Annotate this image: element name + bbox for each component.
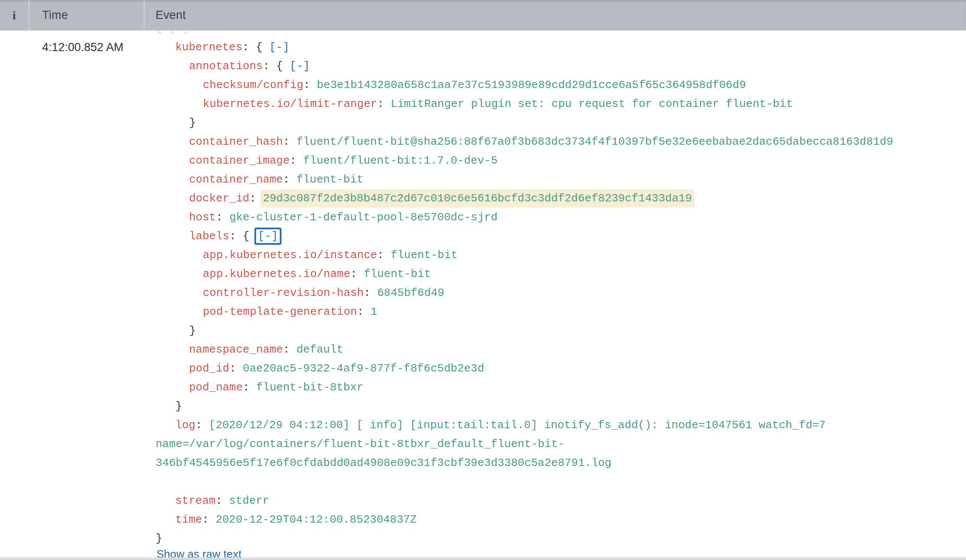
json-line: 346bf4545956e5f17e6f0cfdabdd0ad4908e09c3… <box>0 453 966 472</box>
event-column-header: Event <box>156 0 186 30</box>
json-value[interactable]: fluent-bit <box>391 249 458 262</box>
json-line <box>0 472 966 491</box>
json-line: } <box>0 113 966 132</box>
json-key[interactable]: app.kubernetes.io/name <box>203 268 350 280</box>
json-line: pod-template-generation: 1 <box>0 302 966 321</box>
json-key[interactable]: annotations <box>189 60 263 73</box>
json-punct: : <box>196 419 209 432</box>
json-punct: } <box>189 116 196 129</box>
json-key[interactable]: pod_name <box>189 381 243 394</box>
json-punct: : <box>229 362 243 375</box>
info-column-header: i <box>0 0 28 30</box>
json-value[interactable]: default <box>297 343 343 356</box>
json-line: container_name: fluent-bit <box>0 170 966 189</box>
json-line: namespace_name: default <box>0 340 966 359</box>
json-punct: : <box>290 154 303 167</box>
json-value[interactable]: name=/var/log/containers/fluent-bit-8tbx… <box>156 438 565 450</box>
header-divider <box>28 0 30 30</box>
collapse-toggle[interactable]: [-] <box>258 230 278 243</box>
json-value-highlighted[interactable]: 29d3c087f2de3b8b487c2d67c010c6e5616bcfd3… <box>260 189 695 207</box>
collapse-toggle[interactable]: [-] <box>269 41 289 54</box>
json-line: container_hash: fluent/fluent-bit@sha256… <box>0 132 966 151</box>
info-icon: i <box>12 9 16 22</box>
json-key[interactable]: pod-template-generation <box>203 305 357 318</box>
collapse-toggle[interactable]: [-] <box>290 60 310 73</box>
json-key[interactable]: app.kubernetes.io/instance <box>203 249 377 262</box>
json-line: app.kubernetes.io/name: fluent-bit <box>0 265 966 283</box>
json-punct: } <box>189 324 196 337</box>
json-punct: : <box>216 211 229 224</box>
json-value[interactable]: gke-cluster-1-default-pool-8e5700dc-sjrd <box>229 211 498 224</box>
json-key[interactable]: labels <box>189 230 229 243</box>
json-value[interactable]: fluent-bit <box>364 268 431 280</box>
json-value[interactable]: 0ae20ac5-9322-4af9-877f-f8f6c5db2e3d <box>243 362 484 375</box>
json-key[interactable]: container_name <box>189 173 283 186</box>
json-tree: { [-]kubernetes: { [-]annotations: { [-]… <box>0 19 966 548</box>
json-key[interactable]: checksum/config <box>203 79 303 91</box>
json-value[interactable]: fluent/fluent-bit:1.7.0-dev-5 <box>303 154 497 167</box>
json-line: container_image: fluent/fluent-bit:1.7.0… <box>0 151 966 170</box>
json-value[interactable]: 2020-12-29T04:12:00.852304837Z <box>216 513 417 526</box>
json-line: pod_id: 0ae20ac5-9322-4af9-877f-f8f6c5db… <box>0 359 966 378</box>
json-punct: : <box>283 343 296 356</box>
events-table-header: i Time Event <box>0 0 966 30</box>
json-key[interactable]: namespace_name <box>189 343 283 356</box>
json-line: checksum/config: be3e1b143280a658c1aa7e3… <box>0 76 966 94</box>
json-key[interactable]: kubernetes <box>175 41 242 54</box>
json-line: } <box>0 529 966 548</box>
json-key[interactable]: stream <box>175 494 216 507</box>
json-line: stream: stderr <box>0 491 966 510</box>
json-punct: } <box>156 532 162 545</box>
json-value[interactable]: stderr <box>229 494 269 507</box>
json-punct: } <box>175 400 182 413</box>
json-punct: : <box>202 513 215 526</box>
json-value[interactable]: 346bf4545956e5f17e6f0cfdabdd0ad4908e09c3… <box>156 457 611 469</box>
json-line: docker_id: 29d3c087f2de3b8b487c2d67c010c… <box>0 189 966 208</box>
json-key[interactable]: docker_id <box>189 192 249 205</box>
json-punct: : <box>216 494 229 507</box>
json-value[interactable]: fluent/fluent-bit@sha256:88f67a0f3b683dc… <box>297 135 893 148</box>
json-key[interactable]: container_image <box>189 154 290 167</box>
json-line: } <box>0 321 966 340</box>
json-value[interactable]: be3e1b143280a658c1aa7e37c5193989e89cdd29… <box>317 79 746 91</box>
json-punct: : { <box>229 230 256 243</box>
json-line: log: [2020/12/29 04:12:00] [ info] [inpu… <box>0 416 966 435</box>
json-key[interactable]: time <box>175 513 202 526</box>
json-line: pod_name: fluent-bit-8tbxr <box>0 378 966 397</box>
json-line: controller-revision-hash: 6845bf6d49 <box>0 283 966 302</box>
json-line: app.kubernetes.io/instance: fluent-bit <box>0 246 966 265</box>
row-bottom-border <box>0 556 966 560</box>
json-line: host: gke-cluster-1-default-pool-8e5700d… <box>0 208 966 227</box>
json-value[interactable]: fluent-bit <box>297 173 364 186</box>
json-line: } <box>0 397 966 416</box>
json-punct: : <box>283 135 296 148</box>
json-line: labels: { [-] <box>0 227 966 246</box>
json-value[interactable]: 6845bf6d49 <box>377 286 444 299</box>
time-column-header: Time <box>42 0 68 30</box>
json-key[interactable]: host <box>189 211 216 224</box>
json-key[interactable]: container_hash <box>189 135 283 148</box>
json-punct: : <box>357 305 370 318</box>
json-key[interactable]: pod_id <box>189 362 229 375</box>
json-punct: : <box>377 97 391 110</box>
json-key[interactable]: controller-revision-hash <box>203 286 364 299</box>
header-divider <box>144 0 145 30</box>
json-punct: : <box>243 381 256 394</box>
json-line: annotations: { [-] <box>0 57 966 76</box>
json-value[interactable]: [2020/12/29 04:12:00] [ info] [input:tai… <box>209 419 825 432</box>
json-punct: : <box>303 79 317 91</box>
json-value[interactable]: LimitRanger plugin set: cpu request for … <box>391 97 793 110</box>
json-line: time: 2020-12-29T04:12:00.852304837Z <box>0 510 966 529</box>
json-key[interactable]: log <box>175 419 196 432</box>
json-punct: : <box>350 268 364 280</box>
json-punct: : <box>283 173 296 186</box>
json-punct: : { <box>242 41 269 54</box>
json-value[interactable]: 1 <box>370 305 377 318</box>
json-value[interactable]: fluent-bit-8tbxr <box>256 381 364 394</box>
json-line: kubernetes.io/limit-ranger: LimitRanger … <box>0 94 966 113</box>
json-punct: : { <box>263 60 290 73</box>
json-key[interactable]: kubernetes.io/limit-ranger <box>203 97 377 110</box>
focused-collapse-ring: [-] <box>254 228 281 245</box>
json-punct: : <box>364 286 377 299</box>
json-line: kubernetes: { [-] <box>0 38 966 57</box>
